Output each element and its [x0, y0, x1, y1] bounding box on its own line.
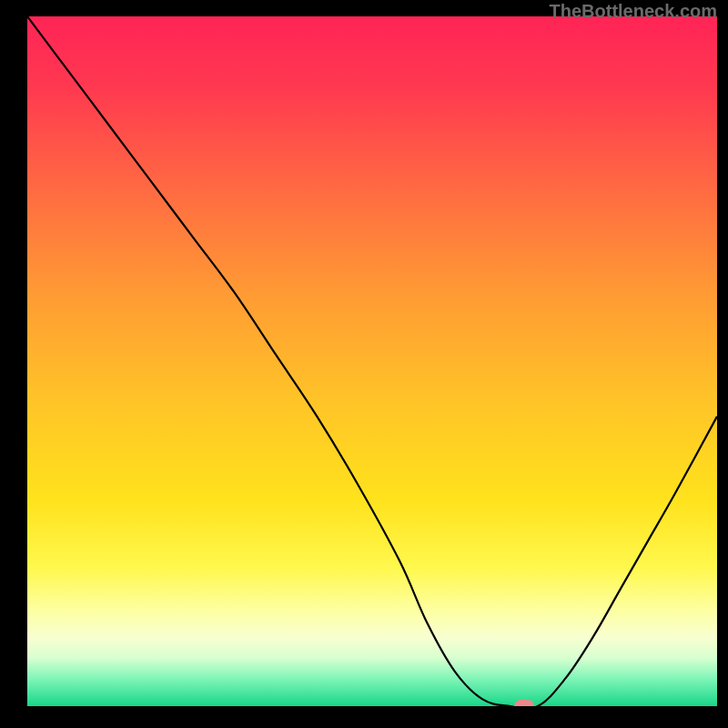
plot-area — [27, 16, 717, 706]
chart-container: TheBottleneck.com — [0, 0, 728, 728]
watermark: TheBottleneck.com — [550, 1, 717, 22]
gradient-background — [27, 16, 717, 706]
optimum-marker — [514, 700, 534, 706]
svg-rect-0 — [27, 16, 717, 706]
